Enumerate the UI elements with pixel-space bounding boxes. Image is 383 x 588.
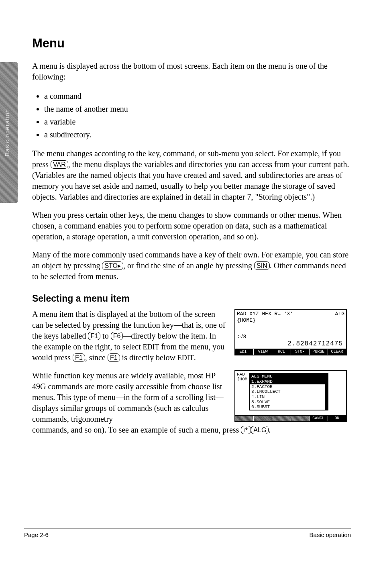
heading-selecting: Selecting a menu item <box>32 293 351 304</box>
smallcaps-edit: EDIT <box>143 343 159 351</box>
softkey-edit: EDIT <box>235 349 254 355</box>
popup-item: 3.LNCOLLECT <box>250 389 328 394</box>
calc1-expr: :√8 <box>237 334 344 340</box>
list-item: a variable <box>44 115 351 128</box>
side-tab-label: Basic operation <box>4 109 10 156</box>
softkey-view: VIEW <box>254 349 272 355</box>
calc1-status-right: ALG <box>335 311 344 317</box>
softkey-blank <box>254 416 272 421</box>
footer-section: Basic operation <box>310 531 351 538</box>
para-other-keys: When you press certain other keys, the m… <box>32 210 351 242</box>
calc2-softkeys: CANCL OK <box>235 415 346 421</box>
softkey-sto: STO▸ <box>291 349 310 355</box>
calc1-path: {HOME} <box>235 317 346 325</box>
key-rightshift: ↱ <box>241 426 251 434</box>
calculator-screenshot-2: RAD{HOM ALG MENU 1.EXPAND 2.FACTOR 3.LNC… <box>234 370 347 422</box>
para-common: Many of the more commonly used commands … <box>32 249 351 282</box>
intro-para: A menu is displayed across the bottom of… <box>32 61 351 82</box>
softkey-purge: PURGE <box>310 349 328 355</box>
list-item: a command <box>44 90 351 102</box>
calc1-result: 2.82842712475 <box>237 340 344 348</box>
list-item: a subdirectory. <box>44 128 351 141</box>
popup-item: 4.LIN <box>250 394 328 400</box>
softkey-clear: CLEAR <box>328 349 346 355</box>
smallcaps-edit-b: EDIT <box>177 354 194 362</box>
list-item: the name of another menu <box>44 102 351 115</box>
key-f1-c: F1 <box>108 353 120 362</box>
softkey-blank <box>235 416 254 421</box>
calc2-popup: ALG MENU 1.EXPAND 2.FACTOR 3.LNCOLLECT 4… <box>249 373 328 410</box>
key-f1-b: F1 <box>73 353 85 362</box>
calc1-status-left: RAD XYZ HEX R= 'X' <box>237 311 293 317</box>
softkey-blank <box>272 416 291 421</box>
popup-item: 6.SUBST <box>250 404 328 410</box>
popup-item: 1.EXPAND <box>250 379 328 384</box>
popup-item: 2.FACTOR <box>250 384 328 390</box>
calc2-popup-title: ALG MENU <box>250 374 328 379</box>
scrollbar-icon <box>325 379 328 410</box>
para-select: A menu item that is displayed at the bot… <box>32 309 226 363</box>
key-sto: STO▸ <box>102 261 123 270</box>
calc1-softkeys: EDIT VIEW RCL STO▸ PURGE CLEAR <box>235 349 346 355</box>
para-choose-list: While function key menus are widely avai… <box>32 370 226 425</box>
side-tab: Basic operation <box>0 62 18 203</box>
heading-menu: Menu <box>32 36 351 51</box>
para-choose-list-tail: commands, and so on). To see an example … <box>32 425 351 435</box>
page-footer: Page 2-6 Basic operation <box>24 529 351 538</box>
softkey-cancl: CANCL <box>310 416 328 421</box>
softkey-ok: OK <box>328 416 346 421</box>
key-f1: F1 <box>88 332 100 340</box>
softkey-blank <box>291 416 310 421</box>
popup-item: 5.SOLVE <box>250 400 328 405</box>
key-sin: SIN <box>254 261 270 270</box>
bullet-list: a command the name of another menu a var… <box>32 90 351 141</box>
key-var: VAR <box>51 160 68 169</box>
softkey-rcl: RCL <box>272 349 291 355</box>
key-alg: ALG <box>251 426 269 434</box>
para-var: The menu changes according to the key, c… <box>32 148 351 202</box>
key-f6: F6 <box>111 332 123 340</box>
calculator-screenshot-1: RAD XYZ HEX R= 'X' ALG {HOME} :√8 2.8284… <box>234 309 347 355</box>
footer-page: Page 2-6 <box>24 531 49 538</box>
